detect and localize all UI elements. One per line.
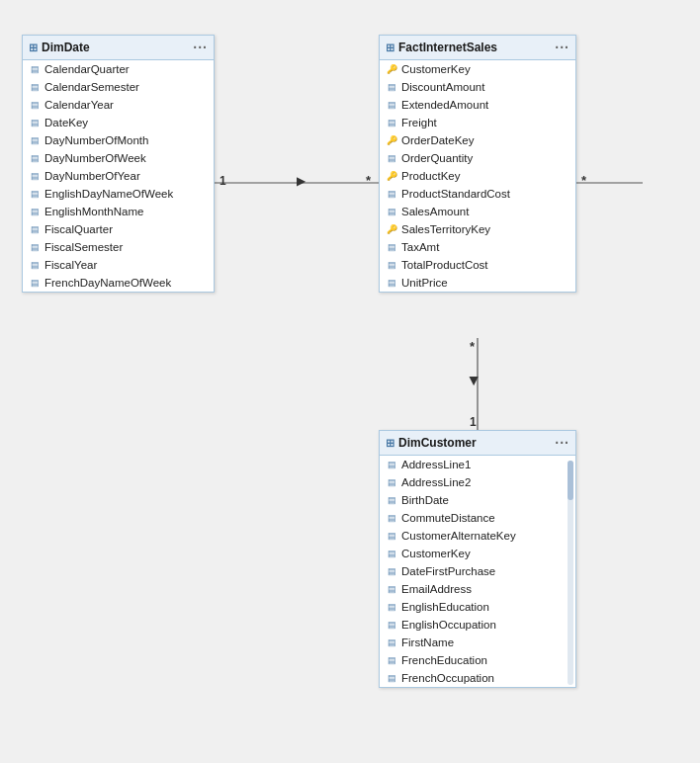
field-name: FrenchEducation bbox=[401, 654, 487, 666]
dimcustomer-scrollbar[interactable] bbox=[568, 461, 573, 685]
dimdate-row-4[interactable]: ▤ DayNumberOfMonth bbox=[23, 131, 214, 149]
key-icon: 🔑 bbox=[386, 170, 397, 182]
dimdate-row-1[interactable]: ▤ CalendarSemester bbox=[23, 78, 214, 96]
field-icon: ▤ bbox=[29, 117, 41, 128]
fact-row-5[interactable]: ▤ OrderQuantity bbox=[380, 149, 575, 167]
field-icon: ▤ bbox=[29, 206, 41, 217]
field-icon: ▤ bbox=[29, 241, 41, 253]
field-name: EmailAddress bbox=[401, 583, 472, 595]
fact-row-3[interactable]: ▤ Freight bbox=[380, 114, 575, 131]
field-icon: ▤ bbox=[29, 81, 41, 93]
field-name: EnglishMonthName bbox=[44, 206, 143, 217]
dimdate-row-6[interactable]: ▤ DayNumberOfYear bbox=[23, 167, 214, 185]
field-icon: ▤ bbox=[386, 654, 397, 666]
fact-row-4[interactable]: 🔑 OrderDateKey bbox=[380, 131, 575, 149]
field-name: SalesTerritoryKey bbox=[401, 223, 490, 235]
field-name: FiscalSemester bbox=[44, 241, 123, 253]
fact-row-0[interactable]: 🔑 CustomerKey bbox=[380, 60, 575, 78]
dimcustomer-menu[interactable]: ··· bbox=[555, 435, 569, 451]
field-icon: ▤ bbox=[29, 152, 41, 164]
field-name: Freight bbox=[401, 117, 437, 128]
dimcust-row-12[interactable]: ▤ FrenchOccupation bbox=[380, 669, 575, 687]
field-icon: ▤ bbox=[386, 241, 397, 253]
dimdate-icon: ⊞ bbox=[29, 42, 38, 54]
field-name: DiscountAmount bbox=[401, 81, 484, 93]
field-icon: ▤ bbox=[386, 565, 397, 577]
field-name: EnglishDayNameOfWeek bbox=[44, 188, 173, 200]
dimcust-row-10[interactable]: ▤ FirstName bbox=[380, 634, 575, 651]
dimcustomer-icon: ⊞ bbox=[386, 437, 394, 450]
fact-row-2[interactable]: ▤ ExtendedAmount bbox=[380, 96, 575, 114]
field-name: CustomerKey bbox=[401, 548, 471, 559]
factinternetsales-menu[interactable]: ··· bbox=[555, 40, 569, 55]
dimcust-row-9[interactable]: ▤ EnglishOccupation bbox=[380, 616, 575, 634]
fact-row-10[interactable]: ▤ TaxAmt bbox=[380, 238, 575, 256]
field-icon: ▤ bbox=[386, 601, 397, 613]
field-name: CustomerKey bbox=[401, 63, 471, 75]
dimdate-menu[interactable]: ··· bbox=[193, 40, 208, 55]
dimcust-row-11[interactable]: ▤ FrenchEducation bbox=[380, 651, 575, 669]
dimdate-row-10[interactable]: ▤ FiscalSemester bbox=[23, 238, 214, 256]
field-name: CalendarQuarter bbox=[44, 63, 130, 75]
dimcust-row-3[interactable]: ▤ CommuteDistance bbox=[380, 509, 575, 527]
dimcust-row-8[interactable]: ▤ EnglishEducation bbox=[380, 598, 575, 616]
dimcust-row-2[interactable]: ▤ BirthDate bbox=[380, 491, 575, 509]
dimcust-row-1[interactable]: ▤ AddressLine2 bbox=[380, 473, 575, 491]
field-name: CustomerAlternateKey bbox=[401, 530, 516, 542]
field-name: FirstName bbox=[401, 636, 454, 648]
field-icon: ▤ bbox=[29, 63, 41, 75]
dimdate-row-5[interactable]: ▤ DayNumberOfWeek bbox=[23, 149, 214, 167]
field-name: TotalProductCost bbox=[401, 259, 488, 271]
relation-label-one: 1 bbox=[219, 174, 226, 188]
relation-label-many-1: * bbox=[366, 173, 371, 188]
dimdate-row-3[interactable]: ▤ DateKey bbox=[23, 114, 214, 131]
field-name: EnglishOccupation bbox=[401, 619, 496, 631]
dimcust-row-4[interactable]: ▤ CustomerAlternateKey bbox=[380, 527, 575, 545]
dimdate-row-2[interactable]: ▤ CalendarYear bbox=[23, 96, 214, 114]
field-name: AddressLine1 bbox=[401, 459, 471, 470]
fact-row-1[interactable]: ▤ DiscountAmount bbox=[380, 78, 575, 96]
dimdate-row-12[interactable]: ▤ FrenchDayNameOfWeek bbox=[23, 274, 214, 292]
field-icon: ▤ bbox=[386, 117, 397, 128]
field-icon: ▤ bbox=[386, 636, 397, 648]
dimcust-row-0[interactable]: ▤ AddressLine1 bbox=[380, 456, 575, 473]
diagram-canvas: 1 ▶ * * * ▶ 1 ⊞ DimDate ··· ▤ CalendarQu… bbox=[0, 0, 700, 763]
field-icon: ▤ bbox=[29, 188, 41, 200]
field-name: FrenchDayNameOfWeek bbox=[44, 277, 171, 289]
dimcust-row-7[interactable]: ▤ EmailAddress bbox=[380, 580, 575, 598]
fact-row-6[interactable]: 🔑 ProductKey bbox=[380, 167, 575, 185]
relation-label-many-3: * bbox=[470, 339, 475, 354]
dimdate-row-11[interactable]: ▤ FiscalYear bbox=[23, 256, 214, 274]
field-name: BirthDate bbox=[401, 494, 449, 506]
field-icon: ▤ bbox=[29, 134, 41, 146]
dimdate-row-8[interactable]: ▤ EnglishMonthName bbox=[23, 203, 214, 220]
dimdate-header[interactable]: ⊞ DimDate ··· bbox=[23, 36, 214, 60]
field-name: CalendarYear bbox=[44, 99, 114, 111]
field-icon: ▤ bbox=[29, 223, 41, 235]
dimdate-row-9[interactable]: ▤ FiscalQuarter bbox=[23, 220, 214, 238]
relation-arrow-1: ▶ bbox=[297, 174, 306, 188]
factinternetsales-header[interactable]: ⊞ FactInternetSales ··· bbox=[380, 36, 575, 60]
fact-row-11[interactable]: ▤ TotalProductCost bbox=[380, 256, 575, 274]
dimcustomer-header[interactable]: ⊞ DimCustomer ··· bbox=[380, 431, 575, 456]
field-icon: ▤ bbox=[386, 206, 397, 217]
field-icon: ▤ bbox=[29, 170, 41, 182]
dimcust-row-5[interactable]: ▤ CustomerKey bbox=[380, 545, 575, 562]
field-name: DayNumberOfWeek bbox=[44, 152, 146, 164]
dimdate-row-0[interactable]: ▤ CalendarQuarter bbox=[23, 60, 214, 78]
field-icon: ▤ bbox=[386, 672, 397, 684]
fact-row-8[interactable]: ▤ SalesAmount bbox=[380, 203, 575, 220]
field-name: DateKey bbox=[44, 117, 88, 128]
field-name: SalesAmount bbox=[401, 206, 469, 217]
fact-row-9[interactable]: 🔑 SalesTerritoryKey bbox=[380, 220, 575, 238]
dimdate-row-7[interactable]: ▤ EnglishDayNameOfWeek bbox=[23, 185, 214, 203]
field-name: DayNumberOfYear bbox=[44, 170, 140, 182]
factinternetsales-title: FactInternetSales bbox=[398, 41, 497, 54]
dimcust-row-6[interactable]: ▤ DateFirstPurchase bbox=[380, 562, 575, 580]
field-name: OrderDateKey bbox=[401, 134, 475, 146]
field-name: FiscalQuarter bbox=[44, 223, 113, 235]
field-icon: ▤ bbox=[386, 188, 397, 200]
fact-row-7[interactable]: ▤ ProductStandardCost bbox=[380, 185, 575, 203]
relation-label-one-2: 1 bbox=[470, 415, 477, 429]
fact-row-12[interactable]: ▤ UnitPrice bbox=[380, 274, 575, 292]
